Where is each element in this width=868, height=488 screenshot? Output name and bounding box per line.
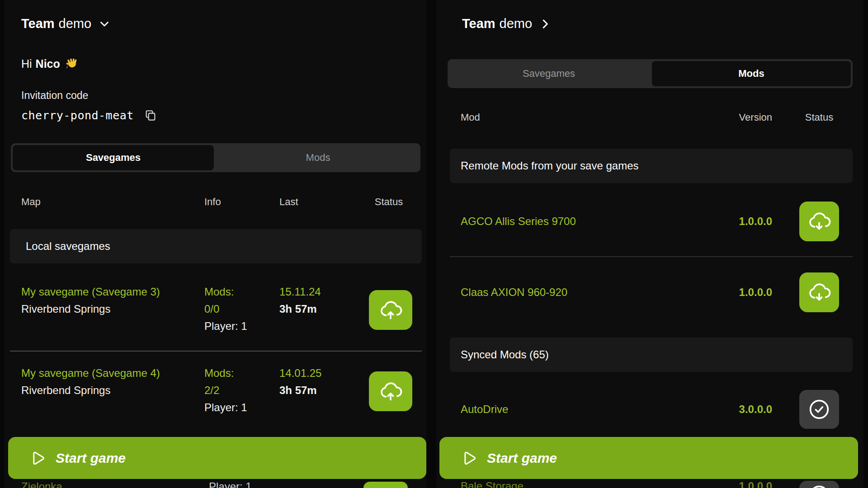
start-game-label: Start game — [56, 450, 126, 466]
partial-mod-synced-button[interactable] — [799, 481, 839, 488]
copy-icon — [144, 108, 157, 122]
mod-row: AutoDrive 3.0.0.0 — [436, 382, 863, 436]
team-name: demo — [59, 16, 92, 31]
info-cell: Mods: 0/0 Player: 1 — [204, 283, 279, 335]
greeting-username: Nico — [36, 57, 60, 70]
cloud-download-icon — [807, 210, 831, 233]
mod-row: AGCO Allis Series 9700 1.0.0.0 — [436, 194, 863, 249]
mod-row: Claas AXION 960-920 1.0.0.0 — [436, 265, 863, 319]
savegame-row: My savegame (Savegame 4) Riverbend Sprin… — [5, 359, 426, 416]
waving-hand-icon — [65, 56, 80, 71]
greeting: Hi Nico — [21, 57, 79, 70]
mods-count: 0/0 — [204, 300, 279, 318]
mod-synced-button[interactable] — [799, 390, 839, 429]
check-circle-icon — [807, 483, 831, 488]
invitation-code-label: Invitation code — [21, 89, 88, 102]
download-mod-button[interactable] — [799, 272, 839, 312]
cloud-upload-icon — [379, 298, 402, 322]
last-cell: 15.11.24 3h 57m — [279, 283, 365, 318]
section-remote-mods: Remote Mods from your save games — [450, 149, 853, 183]
copy-invitation-code-button[interactable] — [144, 108, 157, 122]
cloud-download-icon — [807, 281, 831, 304]
last-date: 14.01.25 — [279, 365, 365, 382]
partial-player-count: Player: 1 — [209, 480, 252, 488]
column-version: Version — [739, 112, 772, 123]
play-icon — [459, 449, 477, 467]
start-game-label: Start game — [487, 450, 557, 466]
team-selector[interactable]: Team demo — [21, 16, 111, 31]
cloud-upload-icon — [379, 380, 402, 403]
tab-savegames[interactable]: Savegames — [13, 145, 214, 170]
section-title: Synced Mods (65) — [461, 348, 549, 361]
section-title: Remote Mods from your save games — [461, 160, 638, 172]
mods-table-header: Mod Version Status — [436, 112, 863, 123]
tab-mods[interactable]: Mods — [217, 145, 419, 170]
section-title: Local savegames — [26, 240, 110, 253]
tab-savegames[interactable]: Savegames — [449, 61, 648, 86]
savegames-mods-tab-bar: Savegames Mods — [11, 143, 420, 172]
team-link[interactable]: Team demo — [462, 16, 552, 31]
playtime: 3h 57m — [279, 300, 365, 318]
mod-version: 3.0.0.0 — [739, 403, 772, 416]
savegames-mods-tab-bar: Savegames Mods — [448, 59, 853, 88]
row-divider — [10, 351, 422, 352]
invitation-code-value: cherry-pond-meat — [21, 109, 134, 122]
mod-version: 1.0.0.0 — [739, 286, 772, 299]
last-cell: 14.01.25 3h 57m — [279, 365, 365, 399]
start-game-button[interactable]: Start game — [439, 437, 858, 479]
column-status: Status — [375, 196, 403, 208]
upload-savegame-button[interactable] — [369, 290, 412, 330]
savegames-table-header: Map Info Last Status — [5, 196, 426, 208]
savegame-row: My savegame (Savegame 3) Riverbend Sprin… — [5, 278, 426, 335]
team-savegames-panel: Team demo Hi Nico Invitation code cherry… — [5, 0, 426, 488]
partial-upload-savegame-button[interactable] — [363, 482, 408, 488]
mods-label: Mods: — [204, 283, 279, 300]
tab-mods[interactable]: Mods — [652, 61, 851, 86]
savegame-title: My savegame (Savegame 3) — [21, 283, 170, 300]
mod-name: AGCO Allis Series 9700 — [461, 215, 693, 228]
partial-mod-name: Bale Storage — [461, 480, 524, 488]
last-date: 15.11.24 — [279, 283, 365, 300]
column-status: Status — [805, 112, 833, 123]
start-game-button[interactable]: Start game — [8, 437, 426, 479]
column-mod: Mod — [461, 112, 693, 123]
savegame-map-name: Riverbend Springs — [21, 382, 204, 399]
greeting-prefix: Hi — [21, 57, 32, 70]
map-cell: My savegame (Savegame 4) Riverbend Sprin… — [21, 365, 204, 399]
savegame-map-name: Riverbend Springs — [21, 300, 204, 318]
section-synced-mods: Synced Mods (65) — [450, 338, 853, 372]
partial-savegame-title: Zielonka — [21, 480, 62, 488]
player-count: Player: 1 — [204, 399, 279, 416]
savegame-title: My savegame (Savegame 4) — [21, 365, 170, 382]
download-mod-button[interactable] — [799, 202, 839, 241]
mod-name: AutoDrive — [461, 403, 693, 416]
chevron-down-icon — [98, 17, 111, 31]
check-circle-icon — [807, 397, 831, 422]
upload-savegame-button[interactable] — [369, 371, 412, 411]
play-icon — [28, 449, 46, 467]
partial-mod-version: 1.0.0.0 — [739, 480, 772, 488]
column-last: Last — [279, 196, 365, 208]
player-count: Player: 1 — [204, 318, 279, 335]
map-cell: My savegame (Savegame 3) Riverbend Sprin… — [21, 283, 204, 318]
mod-name: Claas AXION 960-920 — [461, 286, 693, 299]
mods-count: 2/2 — [204, 382, 279, 399]
section-local-savegames: Local savegames — [10, 229, 422, 263]
tab-mods-label: Mods — [738, 68, 764, 80]
team-mods-panel: Team demo Savegames Mods Mod Version Sta… — [436, 0, 863, 488]
invitation-code-row: cherry-pond-meat — [21, 108, 157, 122]
column-info: Info — [204, 196, 279, 208]
tab-mods-label: Mods — [306, 152, 330, 164]
info-cell: Mods: 2/2 Player: 1 — [204, 365, 279, 416]
tab-savegames-label: Savegames — [523, 68, 575, 80]
chevron-right-icon — [538, 17, 552, 31]
team-name: demo — [500, 16, 533, 31]
mods-label: Mods: — [204, 365, 279, 382]
column-map: Map — [21, 196, 204, 208]
row-divider — [450, 256, 853, 257]
tab-savegames-label: Savegames — [86, 152, 141, 164]
playtime: 3h 57m — [279, 382, 365, 399]
team-label: Team — [21, 16, 55, 31]
mod-version: 1.0.0.0 — [739, 215, 772, 228]
team-label: Team — [462, 16, 495, 31]
